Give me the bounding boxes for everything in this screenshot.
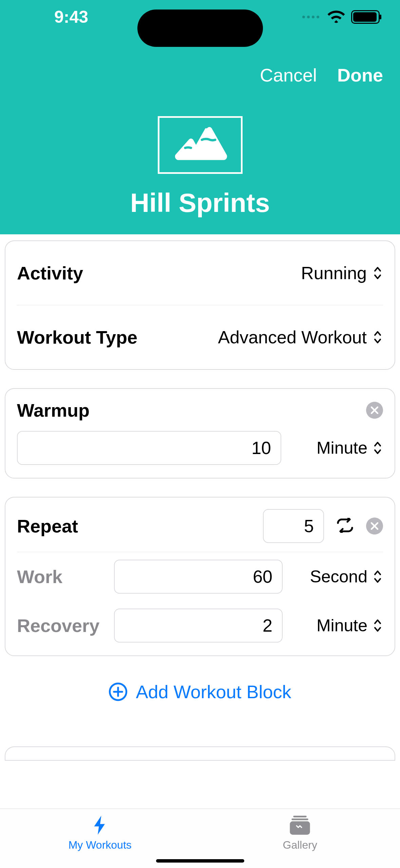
settings-card: Activity Running Workout Type Advanced W… bbox=[5, 240, 395, 370]
chevron-updown-icon bbox=[372, 618, 383, 633]
work-unit-select[interactable]: Second bbox=[295, 567, 383, 586]
remove-warmup-button[interactable] bbox=[366, 402, 383, 419]
status-time: 9:43 bbox=[54, 7, 88, 27]
mountain-icon bbox=[171, 125, 229, 165]
add-workout-block-button[interactable]: Add Workout Block bbox=[5, 674, 395, 723]
warmup-card: Warmup 10 Minute bbox=[5, 388, 395, 478]
recovery-row: Recovery 2 Minute bbox=[17, 601, 383, 655]
chevron-updown-icon bbox=[372, 440, 383, 456]
repeat-icon bbox=[336, 518, 355, 534]
svg-rect-3 bbox=[290, 821, 310, 835]
work-label: Work bbox=[17, 566, 102, 587]
recovery-unit-select[interactable]: Minute bbox=[295, 616, 383, 635]
next-card-peek bbox=[5, 746, 395, 761]
repeat-card: Repeat 5 Work 60 Second bbox=[5, 497, 395, 656]
content-scroll[interactable]: Activity Running Workout Type Advanced W… bbox=[0, 234, 400, 809]
work-unit: Second bbox=[310, 567, 367, 586]
workout-image-placeholder[interactable] bbox=[158, 116, 243, 174]
close-icon bbox=[371, 522, 378, 530]
add-block-label: Add Workout Block bbox=[136, 681, 291, 702]
workout-type-value: Advanced Workout bbox=[218, 327, 367, 347]
warmup-unit: Minute bbox=[317, 438, 367, 458]
workout-type-row[interactable]: Workout Type Advanced Workout bbox=[17, 305, 383, 369]
work-value-input[interactable]: 60 bbox=[114, 560, 283, 594]
bolt-icon bbox=[88, 816, 112, 836]
repeat-title: Repeat bbox=[17, 516, 78, 537]
remove-repeat-button[interactable] bbox=[366, 518, 383, 535]
cancel-button[interactable]: Cancel bbox=[260, 65, 317, 86]
close-icon bbox=[371, 406, 378, 414]
chevron-updown-icon bbox=[372, 569, 383, 584]
workout-title: Hill Sprints bbox=[130, 187, 270, 218]
chevron-updown-icon bbox=[372, 265, 383, 281]
warmup-title: Warmup bbox=[17, 400, 90, 421]
battery-icon bbox=[351, 10, 380, 24]
device-notch bbox=[137, 10, 263, 47]
svg-rect-2 bbox=[292, 818, 308, 820]
workout-type-select[interactable]: Advanced Workout bbox=[218, 327, 383, 347]
tab-gallery-label: Gallery bbox=[283, 839, 317, 851]
warmup-unit-select[interactable]: Minute bbox=[295, 438, 383, 458]
chevron-updown-icon bbox=[372, 329, 383, 345]
activity-select[interactable]: Running bbox=[301, 263, 383, 283]
repeat-count-input[interactable]: 5 bbox=[263, 509, 324, 543]
wifi-icon bbox=[327, 10, 345, 24]
activity-label: Activity bbox=[17, 263, 83, 284]
recovery-value: 2 bbox=[263, 615, 272, 636]
workout-type-label: Workout Type bbox=[17, 327, 137, 348]
repeat-count: 5 bbox=[304, 516, 314, 536]
home-indicator bbox=[156, 859, 244, 863]
work-value: 60 bbox=[253, 566, 272, 587]
recovery-value-input[interactable]: 2 bbox=[114, 609, 283, 643]
gallery-icon bbox=[288, 816, 312, 836]
recovery-label: Recovery bbox=[17, 615, 102, 636]
warmup-value: 10 bbox=[251, 438, 271, 458]
tab-my-workouts-label: My Workouts bbox=[69, 839, 132, 851]
activity-value: Running bbox=[301, 263, 367, 283]
warmup-value-input[interactable]: 10 bbox=[17, 431, 281, 465]
svg-rect-1 bbox=[293, 816, 307, 817]
work-row: Work 60 Second bbox=[17, 552, 383, 601]
done-button[interactable]: Done bbox=[337, 65, 383, 86]
activity-row[interactable]: Activity Running bbox=[17, 241, 383, 305]
cellular-dots-icon bbox=[302, 16, 319, 18]
plus-circle-icon bbox=[109, 682, 128, 701]
recovery-unit: Minute bbox=[317, 616, 367, 635]
